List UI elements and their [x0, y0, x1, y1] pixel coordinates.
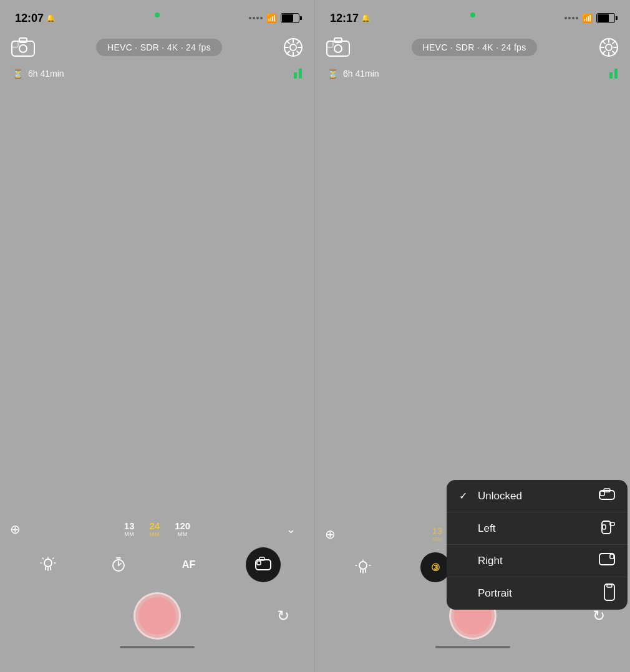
menu-icon-unlocked	[599, 488, 615, 504]
left-rotate-button[interactable]: ↻	[277, 607, 289, 625]
menu-label-right: Right	[478, 555, 503, 567]
left-phone: 12:07 🔔 📶 71	[0, 0, 315, 672]
svg-point-57	[359, 562, 367, 569]
left-top-toolbar: HEVC · SDR · 4K · 24 fps	[0, 31, 314, 64]
right-rotate-button[interactable]: ↻	[593, 607, 605, 625]
svg-rect-52	[610, 554, 614, 559]
right-home-indicator	[315, 646, 630, 653]
svg-rect-56	[607, 585, 612, 587]
left-camera-switch-button[interactable]	[10, 34, 36, 60]
menu-check-left: ✓	[459, 522, 472, 534]
right-top-toolbar: HEVC · SDR · 4K · 24 fps	[315, 31, 630, 64]
right-time: 12:17 🔔	[330, 12, 371, 25]
left-battery: 71	[281, 13, 299, 23]
right-status-bar: 12:17 🔔 📶 69	[315, 0, 630, 31]
svg-line-14	[287, 51, 289, 54]
left-format-text: HEVC · SDR · 4K · 24 fps	[107, 42, 211, 52]
right-signal-bars	[609, 69, 618, 79]
right-format-text: HEVC · SDR · 4K · 24 fps	[423, 42, 526, 52]
menu-check-portrait: ✓	[459, 588, 472, 600]
right-signal-dots	[565, 17, 578, 19]
right-bell-icon: 🔔	[361, 14, 371, 22]
left-settings-icon	[283, 37, 303, 57]
svg-line-23	[52, 558, 54, 559]
svg-rect-31	[327, 41, 349, 56]
menu-item-left[interactable]: ✓ Left	[447, 512, 628, 545]
left-settings-button[interactable]	[282, 36, 304, 59]
left-shutter-inner	[138, 597, 176, 635]
svg-line-42	[613, 51, 615, 54]
right-storage-text: 6h 41min	[343, 69, 379, 79]
right-settings-icon	[599, 37, 619, 57]
right-status-right: 📶 69	[565, 13, 615, 23]
right-focal-13[interactable]: 13 MM	[432, 526, 443, 542]
menu-item-unlocked[interactable]: ✓ Unlocked	[447, 480, 628, 512]
right-camera-switch-button[interactable]	[325, 34, 351, 60]
svg-point-34	[334, 45, 342, 52]
right-settings-button[interactable]	[598, 36, 620, 59]
left-viewfinder[interactable]	[0, 84, 314, 482]
left-timer-icon	[110, 557, 127, 573]
left-af-button[interactable]: AF	[175, 551, 203, 578]
svg-rect-48	[602, 521, 611, 534]
right-phone: 12:17 🔔 📶 69	[315, 0, 630, 672]
menu-item-portrait[interactable]: ✓ Portrait	[447, 577, 628, 610]
svg-line-41	[603, 41, 605, 44]
right-zoom-icon[interactable]: ⊕	[325, 527, 336, 542]
left-signal-bars	[294, 69, 302, 79]
svg-point-4	[19, 45, 27, 52]
svg-rect-30	[257, 561, 261, 565]
left-bulb-icon	[40, 557, 56, 573]
right-battery: 69	[596, 13, 615, 23]
svg-point-6	[290, 44, 296, 50]
svg-rect-55	[604, 584, 614, 600]
menu-item-right[interactable]: ✓ Right	[447, 545, 628, 577]
left-center-dot	[155, 12, 160, 17]
left-zoom-icon[interactable]: ⊕	[10, 522, 21, 537]
menu-icon-left	[601, 519, 615, 538]
left-focal-24[interactable]: 24 MM	[149, 521, 160, 537]
svg-rect-49	[603, 525, 606, 529]
right-camera-switch-icon	[326, 37, 350, 57]
left-chevron-down-icon[interactable]: ⌄	[286, 522, 296, 536]
left-home-indicator	[0, 646, 314, 653]
svg-point-36	[606, 44, 612, 50]
left-wifi-icon: 📶	[266, 13, 277, 23]
left-timer-button[interactable]	[105, 551, 132, 578]
left-control-icons: AF	[0, 547, 314, 582]
svg-rect-3	[12, 42, 17, 47]
left-signal-dots	[249, 17, 263, 19]
left-format-pill[interactable]: HEVC · SDR · 4K · 24 fps	[96, 39, 222, 56]
svg-line-13	[297, 41, 299, 44]
right-format-pill[interactable]: HEVC · SDR · 4K · 24 fps	[412, 39, 538, 56]
menu-icon-right	[599, 553, 615, 569]
right-home-bar	[435, 646, 510, 648]
left-shutter-row: ↻	[0, 592, 314, 640]
left-bell-icon: 🔔	[46, 14, 56, 22]
left-focal-120[interactable]: 120 MM	[175, 521, 190, 537]
left-storage-row: ⏳ 6h 41min	[0, 64, 314, 84]
left-camera-switch-icon	[11, 37, 35, 57]
right-exposure-button[interactable]	[349, 554, 377, 581]
svg-line-11	[287, 41, 289, 44]
left-time-text: 12:07	[15, 12, 44, 25]
left-exposure-button[interactable]	[34, 551, 62, 578]
right-viewfinder[interactable]	[315, 84, 630, 482]
left-orientation-icon	[254, 556, 272, 574]
left-focal-lengths-row: ⊕ 13 MM 24 MM 120 MM ⌄	[0, 521, 314, 537]
left-status-bar: 12:07 🔔 📶 71	[0, 0, 314, 31]
left-shutter-button[interactable]	[133, 592, 181, 640]
menu-label-unlocked: Unlocked	[478, 490, 522, 502]
menu-icon-portrait	[604, 583, 615, 604]
svg-point-15	[44, 559, 52, 567]
left-battery-text: 71	[287, 15, 293, 21]
left-bottom-controls: ⊕ 13 MM 24 MM 120 MM ⌄	[0, 521, 314, 672]
left-home-bar	[120, 646, 195, 648]
svg-line-22	[42, 558, 44, 559]
right-bulb-icon	[355, 559, 371, 575]
left-status-right: 📶 71	[249, 13, 299, 23]
right-battery-text: 69	[603, 15, 609, 21]
left-focal-13[interactable]: 13 MM	[124, 521, 135, 537]
left-orientation-button[interactable]	[246, 547, 281, 582]
orientation-context-menu: ✓ Unlocked ✓ Left	[447, 480, 628, 610]
